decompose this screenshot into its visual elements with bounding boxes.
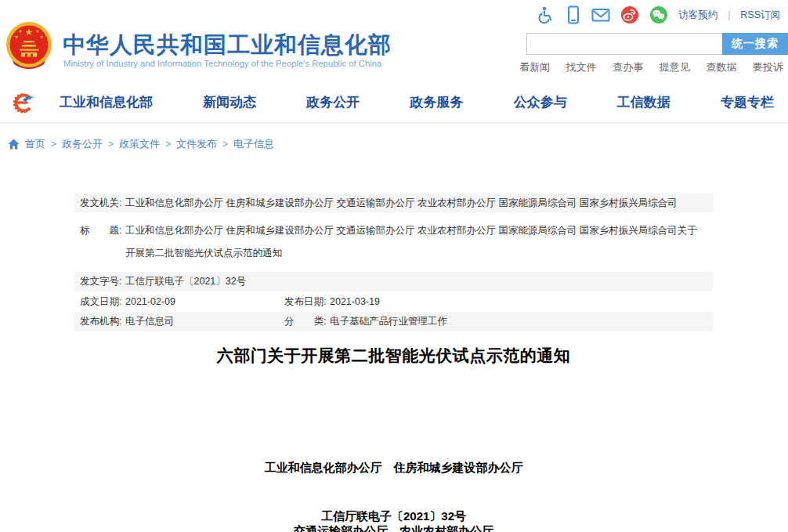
rss-subscribe-link[interactable]: RSS订阅	[740, 9, 780, 22]
nav-item-industry-data[interactable]: 工信数据	[617, 93, 671, 111]
breadcrumb-separator: >	[165, 139, 171, 150]
breadcrumb-electronic-info[interactable]: 电子信息	[233, 137, 274, 151]
search-button[interactable]: 统一搜索	[722, 33, 788, 55]
meta-value: 工业和信息化部办公厅 住房和城乡建设部办公厅 交通运输部办公厅 农业农村部办公厅…	[125, 194, 713, 212]
meta-label: 发文字号:	[80, 272, 125, 291]
nav-item-gov-disclosure[interactable]: 政务公开	[306, 93, 360, 111]
svg-text:★: ★	[25, 27, 34, 38]
svg-text:★: ★	[14, 34, 18, 39]
svg-text:★: ★	[39, 34, 43, 39]
meta-label: 标 题:	[80, 219, 125, 265]
nav-item-news[interactable]: 新闻动态	[203, 93, 256, 111]
breadcrumb-policy-files[interactable]: 政策文件	[119, 137, 160, 151]
quick-links: 看新闻 找文件 查办事 提意见 查数据 要投诉	[519, 60, 783, 74]
weibo-icon[interactable]	[620, 5, 639, 24]
meta-row-dates: 成文日期: 2021-02-09 发布日期: 2021-03-19	[74, 291, 713, 312]
quick-link-files[interactable]: 找文件	[566, 60, 597, 74]
meta-row-publisher-category: 发布机构: 电子信息司 分 类: 电子基础产品行业管理工作	[74, 312, 713, 331]
document-meta-table: 发文机关: 工业和信息化部办公厅 住房和城乡建设部办公厅 交通运输部办公厅 农业…	[74, 194, 713, 331]
meta-label: 发布日期:	[284, 291, 330, 312]
breadcrumb-separator: >	[222, 139, 228, 150]
meta-value: 电子基础产品行业管理工作	[330, 312, 447, 331]
meta-value: 电子信息司	[125, 312, 175, 331]
breadcrumb-file-release[interactable]: 文件发布	[176, 137, 217, 151]
mobile-icon[interactable]	[566, 5, 581, 24]
miit-logo-icon	[11, 90, 36, 115]
quick-link-news[interactable]: 看新闻	[519, 60, 550, 74]
org-line: 工业和信息化部办公厅 住房和城乡建设部办公厅	[74, 457, 713, 478]
meta-row-issuing-agency: 发文机关: 工业和信息化部办公厅 住房和城乡建设部办公厅 交通运输部办公厅 农业…	[74, 194, 713, 212]
meta-label: 成文日期:	[80, 291, 125, 312]
svg-text:★: ★	[18, 29, 22, 34]
meta-row-title: 标 题: 工业和信息化部办公厅 住房和城乡建设部办公厅 交通运输部办公厅 农业农…	[74, 212, 713, 272]
svg-text:★: ★	[35, 29, 39, 34]
site-title: 中华人民共和国工业和信息化部	[63, 30, 392, 61]
meta-label: 发文机关:	[80, 194, 125, 212]
meta-value: 工信厅联电子〔2021〕32号	[125, 272, 713, 291]
accessibility-icon[interactable]	[537, 5, 555, 24]
document-title: 六部门关于开展第二批智能光伏试点示范的通知	[74, 345, 713, 367]
quick-link-services[interactable]: 查办事	[613, 60, 643, 74]
quick-link-data[interactable]: 查数据	[706, 60, 736, 74]
nav-item-special-topics[interactable]: 专题专栏	[721, 93, 774, 111]
meta-row-doc-number: 发文字号: 工信厅联电子〔2021〕32号	[74, 272, 713, 291]
topbar-divider: |	[728, 9, 730, 20]
nav-items: 工业和信息化部 新闻动态 政务公开 政务服务 公众参与 工信数据 专题专栏	[60, 81, 774, 122]
nav-item-gov-services[interactable]: 政务服务	[410, 93, 463, 111]
search-input[interactable]	[526, 33, 722, 55]
mail-icon[interactable]	[591, 7, 610, 23]
meta-label: 发布机构:	[80, 312, 125, 331]
top-utility-bar: 访客预约 | RSS订阅	[537, 5, 780, 25]
nav-item-miit[interactable]: 工业和信息化部	[60, 93, 153, 111]
breadcrumb-separator: >	[108, 139, 114, 150]
document-number: 工信厅联电子〔2021〕32号	[74, 509, 713, 524]
meta-label: 分 类:	[284, 312, 330, 331]
nav-item-public-participation[interactable]: 公众参与	[514, 93, 567, 111]
site-subtitle: Ministry of Industry and Information Tec…	[63, 59, 381, 68]
unified-search: 统一搜索	[526, 33, 788, 55]
breadcrumb: 首页 > 政务公开 > 政策文件 > 文件发布 > 电子信息	[8, 136, 274, 152]
breadcrumb-home[interactable]: 首页	[25, 137, 45, 151]
quick-link-suggestions[interactable]: 提意见	[660, 60, 690, 74]
breadcrumb-separator: >	[51, 139, 56, 150]
national-emblem-logo: ★ ★ ★ ★ ★	[5, 20, 53, 74]
visitor-appointment-link[interactable]: 访客预约	[678, 9, 718, 22]
main-nav: 工业和信息化部 新闻动态 政务公开 政务服务 公众参与 工信数据 专题专栏	[0, 81, 788, 124]
meta-value: 2021-02-09	[125, 291, 175, 312]
page: 访客预约 | RSS订阅 ★ ★ ★ ★ ★ 中华人民共和国工业和信息化部 Mi…	[0, 0, 788, 532]
meta-value: 工业和信息化部办公厅 住房和城乡建设部办公厅 交通运输部办公厅 农业农村部办公厅…	[125, 219, 705, 265]
breadcrumb-gov-disclosure[interactable]: 政务公开	[62, 137, 103, 151]
quick-link-complaints[interactable]: 要投诉	[753, 60, 783, 74]
meta-value: 2021-03-19	[330, 291, 380, 312]
wechat-icon[interactable]	[649, 5, 668, 24]
home-icon	[8, 139, 20, 150]
